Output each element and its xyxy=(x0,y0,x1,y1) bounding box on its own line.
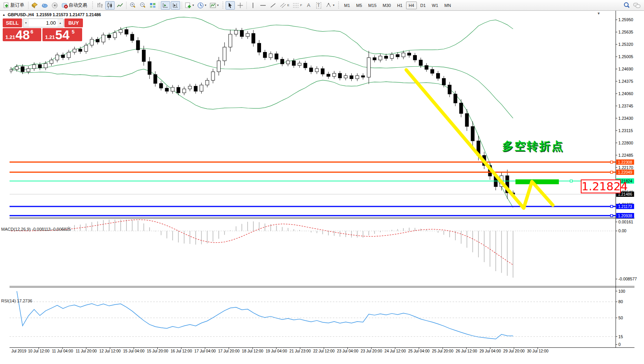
candle-body xyxy=(171,87,174,91)
time-axis-label: 15 Jul 04:00 xyxy=(123,349,145,353)
timeframe-m30[interactable]: M30 xyxy=(380,2,393,9)
zoom-in-button[interactable] xyxy=(128,1,137,10)
volume-decrease-button[interactable]: ▼ xyxy=(23,19,29,27)
volume-stepper: ▼ ▲ xyxy=(23,18,64,27)
data-window-button[interactable] xyxy=(40,1,49,10)
candle-body xyxy=(119,30,123,33)
zoom-out-button[interactable] xyxy=(138,1,147,10)
candle-body xyxy=(56,55,59,60)
time-axis-label: 10 Jul 12:00 xyxy=(28,349,50,353)
new-order-button[interactable]: 新订单 xyxy=(2,1,27,10)
candle-body xyxy=(84,45,88,51)
candle-body xyxy=(113,33,117,38)
supply-zone-rectangle[interactable] xyxy=(516,179,559,185)
text-label-tool-button[interactable]: T xyxy=(314,1,323,10)
candle-body xyxy=(327,74,330,76)
market-watch-button[interactable] xyxy=(30,1,39,10)
price-tick-label: 1.25320 xyxy=(619,42,634,47)
timeframe-w1[interactable]: W1 xyxy=(429,2,441,9)
candle-body xyxy=(217,61,221,72)
bar-chart-mode-button[interactable] xyxy=(95,1,105,10)
candle-body xyxy=(309,68,313,72)
level-line-handle[interactable] xyxy=(610,171,613,173)
price-tick-label: 1.22170 xyxy=(619,165,634,170)
cursor-tool-button[interactable] xyxy=(226,1,235,10)
buy-price-display[interactable]: 1.21 54 5 xyxy=(42,28,82,41)
candle-body xyxy=(453,94,457,103)
channel-tool-button[interactable]: E xyxy=(278,1,290,10)
volume-input[interactable] xyxy=(29,19,57,27)
candle-body xyxy=(332,73,336,76)
periods-button[interactable]: ▾ xyxy=(196,1,207,10)
candle-body xyxy=(211,72,215,80)
candle-body xyxy=(431,69,434,73)
fibonacci-tool-button[interactable]: F xyxy=(291,1,303,10)
new-order-label: 新订单 xyxy=(10,2,24,8)
templates-button[interactable]: ▾ xyxy=(208,1,220,10)
volume-increase-button[interactable]: ▲ xyxy=(57,19,63,27)
vertical-line-tool-button[interactable] xyxy=(248,1,258,10)
new-chart-button[interactable]: ▾ xyxy=(184,1,195,10)
candle-body xyxy=(379,56,382,60)
price-badge-label: 1.21173 xyxy=(618,205,632,209)
symbol-ohlc: 1.21559 1.21573 1.21477 1.21486 xyxy=(36,12,101,17)
chart-shift-button[interactable] xyxy=(171,1,180,10)
level-line-handle[interactable] xyxy=(610,205,613,208)
level-line-handle[interactable] xyxy=(610,161,613,163)
toolbar-drag-handle[interactable] xyxy=(337,2,339,9)
timeframe-m5[interactable]: M5 xyxy=(354,2,365,9)
main-toolbar: 新订单 自动交易 ▾ ▾ xyxy=(0,0,644,11)
search-button[interactable] xyxy=(622,1,631,10)
level-line-handle[interactable] xyxy=(610,215,613,217)
sell-price-prefix: 1.21 xyxy=(5,34,15,40)
price-chart-canvas[interactable]: 1.259501.256351.253201.250051.246901.243… xyxy=(0,11,644,364)
scroll-end-icon[interactable]: ▼ xyxy=(597,12,600,15)
time-axis-label: 12 Jul 12:00 xyxy=(99,349,121,353)
time-axis-label: 17 Jul 20:00 xyxy=(218,349,240,353)
horizontal-line-tool-button[interactable] xyxy=(258,1,268,10)
crosshair-tool-button[interactable] xyxy=(236,1,245,10)
candle-body xyxy=(159,84,163,88)
turning-point-annotation[interactable]: 多空转折点 xyxy=(502,139,564,154)
candle-body xyxy=(61,55,65,58)
toolbar-drag-handle[interactable] xyxy=(222,2,224,9)
time-axis-label: 23 Jul 04:00 xyxy=(337,349,359,353)
line-chart-mode-button[interactable] xyxy=(115,1,125,10)
price-badge-label: 1.22049 xyxy=(618,170,632,174)
price-tick-label: 1.23430 xyxy=(619,116,634,121)
candle-body xyxy=(108,35,111,38)
buy-button[interactable]: BUY xyxy=(64,18,83,27)
timeframe-h1[interactable]: H1 xyxy=(394,2,405,9)
text-tool-button[interactable]: A xyxy=(304,1,313,10)
candle-body xyxy=(281,59,284,64)
price-tick-label: 1.25950 xyxy=(619,17,634,22)
arrows-tool-button[interactable]: ▾ xyxy=(324,1,335,10)
candle-body xyxy=(125,30,128,34)
candle-body xyxy=(246,34,250,37)
level-line-handle[interactable] xyxy=(570,180,572,182)
trendline-tool-button[interactable] xyxy=(268,1,278,10)
auto-scroll-button[interactable] xyxy=(161,1,170,10)
candlestick-mode-button[interactable] xyxy=(105,1,115,10)
chevron-down-icon: ▾ xyxy=(217,3,219,7)
chat-button[interactable] xyxy=(632,1,642,10)
candle-body xyxy=(356,75,359,79)
timeframe-mn[interactable]: MN xyxy=(442,2,453,9)
timeframe-m15[interactable]: M15 xyxy=(366,2,379,9)
signal-button[interactable] xyxy=(50,1,59,10)
toolbar-drag-handle[interactable] xyxy=(91,2,93,9)
autotrade-button[interactable]: 自动交易 xyxy=(60,1,89,10)
timeframe-m1[interactable]: M1 xyxy=(341,2,352,9)
bb-lower xyxy=(11,69,513,207)
timeframe-h4[interactable]: H4 xyxy=(406,2,417,9)
price-tick-label: 1.25635 xyxy=(619,30,634,34)
sell-price-display[interactable]: 1.21 48 6 xyxy=(3,28,41,41)
price-callout-box[interactable]: 1.21824 xyxy=(581,179,621,193)
fibo-subscript: F xyxy=(300,3,302,7)
sell-button[interactable]: SELL xyxy=(3,18,22,27)
tile-windows-button[interactable] xyxy=(148,1,157,10)
expand-triangle-icon[interactable]: ▲ xyxy=(2,13,5,17)
macd-axis-label: -0.008577 xyxy=(619,277,637,281)
timeframe-d1[interactable]: D1 xyxy=(418,2,428,9)
candle-body xyxy=(229,34,232,47)
